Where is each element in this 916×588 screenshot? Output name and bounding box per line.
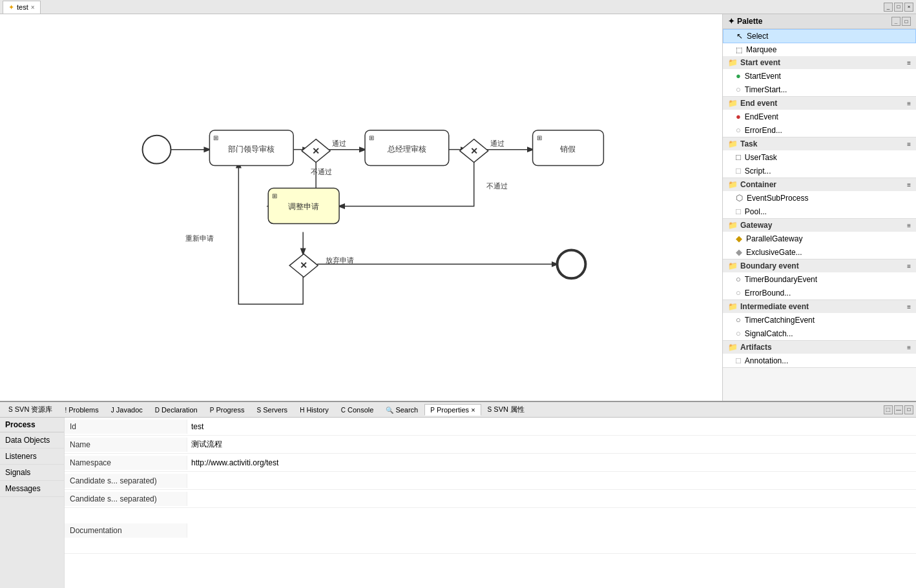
select-tool[interactable]: ↖ Select (723, 29, 916, 43)
folder-icon: 📁 (728, 261, 738, 270)
palette-section-gateway: 📁Gateway≡◆ParallelGateway◆ExclusiveGate.… (723, 219, 916, 259)
props-input-3[interactable] (187, 474, 916, 487)
label-abandon: 放弃申请 (326, 256, 354, 264)
parallel-gw-label: ParallelGateway (746, 234, 802, 243)
bottom-tab-history[interactable]: H History (294, 404, 335, 416)
props-input-4[interactable] (187, 492, 916, 505)
select-label: Select (747, 32, 768, 41)
event-sub-icon: ⬡ (736, 193, 743, 203)
palette-section-header-boundary-event[interactable]: 📁Boundary event≡ (723, 259, 916, 272)
palette-section-header-end-event[interactable]: 📁End event≡ (723, 97, 916, 110)
svg-text:⊞: ⊞ (272, 192, 277, 199)
dept-review-label: 部门领导审核 (228, 145, 275, 154)
editor-tab[interactable]: ✦ test × (3, 1, 41, 14)
bottom-tab-problems[interactable]: ! Problems (59, 404, 104, 416)
palette-item-event-sub[interactable]: ⬡EventSubProcess (723, 191, 916, 205)
palette-item-parallel-gw[interactable]: ◆ParallelGateway (723, 232, 916, 245)
folder-icon: 📁 (728, 58, 738, 67)
start-event-node[interactable] (143, 136, 171, 164)
collapse-icon: ≡ (907, 344, 911, 351)
bottom-tab-console[interactable]: C Console (335, 404, 380, 416)
tab-icon-problems: ! (65, 407, 67, 414)
folder-icon: 📁 (728, 221, 738, 230)
folder-icon: 📁 (728, 139, 738, 148)
bottom-tab-svn-attr[interactable]: S SVN 属性 (482, 403, 530, 416)
marquee-tool[interactable]: ⬚ Marquee (723, 43, 916, 56)
end-event-node[interactable] (557, 250, 585, 278)
props-textarea-5[interactable] (187, 508, 916, 553)
tab-label-search: Search (395, 406, 418, 414)
palette-item-error-boundary[interactable]: ○ErrorBound... (723, 286, 916, 299)
bottom-maximize[interactable]: □ (904, 405, 913, 414)
palette-item-exclusive-gw[interactable]: ◆ExclusiveGate... (723, 245, 916, 259)
signal-catching-label: SignalCatch... (745, 329, 793, 338)
annotation-label: Annotation... (745, 356, 788, 365)
timer-catching-label: TimerCatchingEvent (745, 316, 815, 325)
palette-item-start-event-item[interactable]: ●StartEvent (723, 69, 916, 83)
tab-label-declaration: Declaration (161, 406, 198, 414)
properties-form: IdNameNamespaceCandidate s... separated)… (65, 418, 916, 588)
svg-text:⊞: ⊞ (369, 134, 374, 141)
palette-expand[interactable]: □ (902, 17, 911, 26)
palette-sections: 📁Start event≡●StartEvent○TimerStart...📁E… (723, 56, 916, 368)
folder-icon: 📁 (728, 343, 738, 352)
palette-item-timer-catching[interactable]: ○TimerCatchingEvent (723, 313, 916, 327)
palette-section-header-start-event[interactable]: 📁Start event≡ (723, 56, 916, 69)
tab-close-properties[interactable]: × (469, 406, 475, 414)
bottom-tab-search[interactable]: 🔍 Search (380, 404, 424, 416)
props-input-0[interactable] (187, 420, 916, 433)
label-fail1: 不通过 (311, 168, 332, 176)
palette-item-user-task[interactable]: □UserTask (723, 150, 916, 164)
palette-section-header-intermediate-event[interactable]: 📁Intermediate event≡ (723, 300, 916, 313)
tab-label-servers: Servers (263, 406, 287, 414)
maximize-button[interactable]: □ (894, 3, 903, 12)
error-boundary-label: ErrorBound... (745, 289, 791, 298)
palette-item-signal-catching[interactable]: ○SignalCatch... (723, 327, 916, 340)
palette-item-script-task[interactable]: □Script... (723, 164, 916, 177)
end-event-item-label: EndEvent (745, 112, 778, 121)
palette-section-header-task[interactable]: 📁Task≡ (723, 137, 916, 150)
tab-icon-search: 🔍 (386, 407, 393, 414)
bottom-tab-properties[interactable]: P Properties × (424, 404, 481, 416)
palette-item-timer-boundary[interactable]: ○TimerBoundaryEvent (723, 272, 916, 286)
props-input-1[interactable] (187, 438, 916, 451)
palette-item-annotation[interactable]: □Annotation... (723, 354, 916, 367)
props-input-2[interactable] (187, 456, 916, 469)
palette-minimize[interactable]: _ (891, 17, 900, 26)
user-task-icon: □ (736, 152, 741, 162)
minimize-button[interactable]: _ (884, 3, 893, 12)
bottom-content: Process Data ObjectsListenersSignalsMess… (0, 418, 916, 588)
bottom-tab-javadoc[interactable]: J Javadoc (105, 404, 149, 416)
palette-controls: _ □ (891, 17, 911, 26)
bottom-tab-declaration[interactable]: D Declaration (149, 404, 203, 416)
bottom-minimize[interactable]: — (894, 405, 903, 414)
bottom-tab-svn-resources[interactable]: S SVN 资源库 (3, 403, 58, 416)
tab-close-button[interactable]: × (31, 4, 35, 11)
props-sidebar-item-signals[interactable]: Signals (0, 465, 64, 481)
palette-section-header-gateway[interactable]: 📁Gateway≡ (723, 219, 916, 232)
palette-item-pool[interactable]: □Pool... (723, 205, 916, 218)
bottom-tab-servers[interactable]: S Servers (251, 404, 293, 416)
start-event-item-icon: ● (736, 71, 741, 81)
tab-label-progress: Progress (216, 406, 244, 414)
tab-icon-svn-attr: S (488, 406, 492, 413)
view-menu-button[interactable]: ⬚ (884, 405, 893, 414)
diagram-canvas[interactable]: ⊞ 部门领导审核 ✕ ⊞ 总经理审核 ✕ ⊞ 销假 ⊞ 调整申请 ✕ (0, 14, 722, 401)
props-sidebar-item-data-objects[interactable]: Data Objects (0, 432, 64, 449)
palette-item-end-event-item[interactable]: ●EndEvent (723, 110, 916, 123)
select-icon: ↖ (736, 32, 743, 41)
palette-section-header-artifacts[interactable]: 📁Artifacts≡ (723, 341, 916, 354)
props-sidebar-item-messages[interactable]: Messages (0, 481, 64, 497)
tab-bar: ✦ test × _ □ × (0, 0, 916, 14)
bottom-right-controls: ⬚ — □ (884, 405, 913, 414)
palette-section-intermediate-event: 📁Intermediate event≡○TimerCatchingEvent○… (723, 300, 916, 341)
label-pass1: 通过 (332, 139, 346, 147)
palette-section-header-container[interactable]: 📁Container≡ (723, 178, 916, 191)
palette-panel: ✦ Palette _ □ ↖ Select ⬚ Marquee 📁Start … (722, 14, 916, 401)
close-button[interactable]: × (904, 3, 913, 12)
props-sidebar-item-listeners[interactable]: Listeners (0, 449, 64, 465)
palette-item-error-end[interactable]: ○ErrorEnd... (723, 123, 916, 137)
palette-item-timer-start[interactable]: ○TimerStart... (723, 83, 916, 96)
tab-label-svn-resources: SVN 资源库 (15, 405, 53, 413)
bottom-tab-progress[interactable]: P Progress (204, 404, 251, 416)
